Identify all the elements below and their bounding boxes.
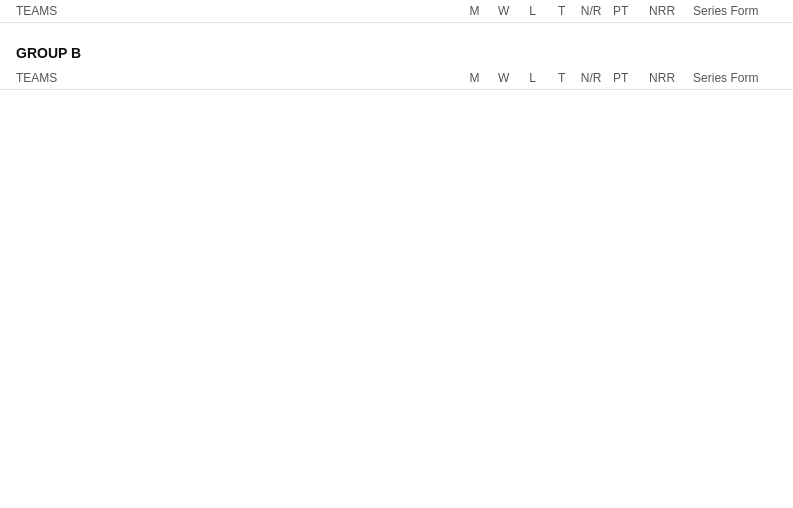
col-t-b: T — [547, 67, 576, 90]
group-a-section: TEAMS M W L T N/R PT NRR Series Form — [0, 0, 793, 23]
group-b-header: GROUP B — [0, 35, 793, 67]
col-m-a: M — [460, 0, 489, 23]
col-nrr-b: NRR — [635, 67, 689, 90]
col-m-b: M — [460, 67, 489, 90]
col-teams-b: TEAMS — [0, 67, 460, 90]
col-pt-a: PT — [606, 0, 635, 23]
col-pt-b: PT — [606, 67, 635, 90]
col-nrr-a: NRR — [635, 0, 689, 23]
group-a-table: TEAMS M W L T N/R PT NRR Series Form — [0, 0, 793, 23]
col-nr-b: N/R — [576, 67, 606, 90]
standings-container: TEAMS M W L T N/R PT NRR Series Form GRO… — [0, 0, 793, 90]
col-t-a: T — [547, 0, 576, 23]
col-w-b: W — [489, 67, 518, 90]
col-teams-a: TEAMS — [0, 0, 460, 23]
col-nr-a: N/R — [576, 0, 606, 23]
col-l-b: L — [518, 67, 547, 90]
col-l-a: L — [518, 0, 547, 23]
group-b-section: GROUP B TEAMS M W L T N/R PT NRR Series … — [0, 35, 793, 90]
group-b-table: TEAMS M W L T N/R PT NRR Series Form — [0, 67, 793, 90]
col-series-b: Series Form — [689, 67, 793, 90]
col-w-a: W — [489, 0, 518, 23]
col-series-a: Series Form — [689, 0, 793, 23]
